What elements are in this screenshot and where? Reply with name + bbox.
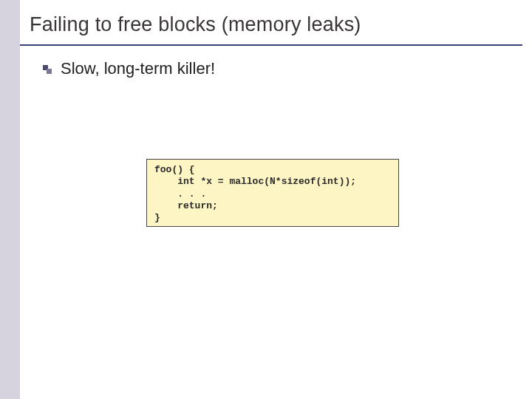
title-divider	[20, 44, 522, 46]
bullet-icon	[43, 65, 52, 74]
code-line: . . .	[154, 188, 206, 200]
slide: Failing to free blocks (memory leaks) Sl…	[0, 0, 532, 399]
code-line: return;	[154, 200, 218, 211]
slide-title: Failing to free blocks (memory leaks)	[30, 13, 361, 36]
code-line: foo() {	[154, 164, 195, 175]
code-block: foo() { int *x = malloc(N*sizeof(int)); …	[146, 159, 399, 227]
code-line: }	[154, 212, 160, 223]
bullet-text: Slow, long-term killer!	[61, 59, 215, 78]
bullet-item: Slow, long-term killer!	[43, 59, 215, 78]
code-line: int *x = malloc(N*sizeof(int));	[154, 176, 356, 187]
left-accent-band	[0, 0, 20, 399]
